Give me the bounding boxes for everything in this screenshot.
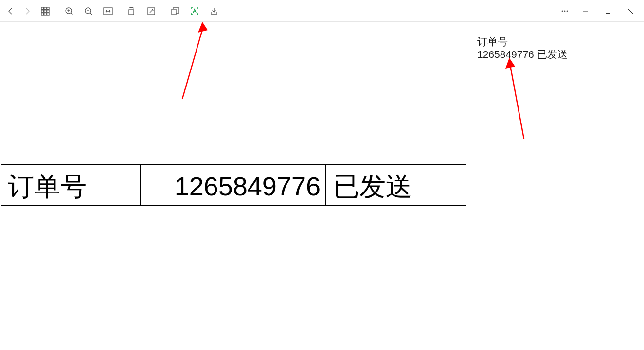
zoom-in-button[interactable] [59, 1, 79, 21]
toolbar-separator [163, 6, 163, 16]
app-root: 订单号 1265849776 已发送 订单号 1265849776 已发送 [0, 0, 644, 350]
window-minimize-button[interactable] [574, 1, 597, 21]
more-button[interactable] [555, 1, 574, 21]
copy-button[interactable] [165, 1, 185, 21]
fit-width-icon [103, 7, 113, 15]
svg-rect-2 [47, 7, 50, 10]
image-cell-number: 1265849776 [141, 165, 326, 205]
back-icon [7, 7, 15, 15]
svg-rect-0 [41, 7, 44, 10]
image-content-table: 订单号 1265849776 已发送 [1, 164, 466, 206]
ocr-side-panel: 订单号 1265849776 已发送 [467, 22, 644, 350]
rotate-icon [127, 7, 136, 16]
content-area: 订单号 1265849776 已发送 订单号 1265849776 已发送 [0, 22, 644, 350]
maximize-icon [605, 8, 611, 14]
svg-rect-14 [172, 9, 176, 15]
ocr-icon [190, 7, 199, 16]
toolbar-right-group [555, 1, 642, 21]
zoom-out-button[interactable] [79, 1, 98, 21]
svg-rect-6 [41, 13, 44, 15]
svg-rect-7 [44, 13, 47, 15]
svg-line-21 [510, 66, 524, 139]
thumbnails-button[interactable] [36, 1, 55, 21]
grid-icon [41, 7, 50, 16]
image-viewer[interactable]: 订单号 1265849776 已发送 [0, 22, 467, 350]
download-button[interactable] [204, 1, 224, 21]
zoom-out-icon [84, 7, 93, 16]
zoom-in-icon [65, 7, 73, 16]
annotation-arrow-ocr [497, 56, 536, 143]
svg-rect-8 [47, 13, 50, 15]
minimize-icon [583, 8, 589, 14]
ocr-button[interactable] [185, 1, 204, 21]
window-close-button[interactable] [619, 1, 642, 21]
edit-button[interactable] [142, 1, 161, 21]
svg-rect-12 [129, 10, 134, 15]
more-icon [560, 7, 569, 16]
ocr-line: 订单号 [477, 35, 634, 48]
edit-icon [147, 7, 156, 16]
svg-rect-3 [41, 10, 44, 12]
toolbar [0, 0, 644, 22]
svg-line-19 [182, 30, 202, 99]
annotation-arrow-toolbar [176, 22, 215, 104]
svg-rect-4 [44, 10, 47, 12]
svg-point-15 [562, 10, 563, 12]
forward-icon [23, 7, 31, 15]
toolbar-separator [120, 6, 120, 16]
close-icon [627, 8, 633, 14]
rotate-button[interactable] [122, 1, 142, 21]
svg-rect-1 [44, 7, 47, 10]
svg-rect-18 [606, 9, 610, 13]
nav-back-button[interactable] [2, 1, 19, 21]
ocr-line: 1265849776 已发送 [477, 48, 634, 61]
copy-icon [171, 7, 179, 16]
window-maximize-button[interactable] [597, 1, 619, 21]
fit-width-button[interactable] [98, 1, 118, 21]
svg-point-17 [567, 10, 568, 12]
toolbar-left-group [2, 1, 224, 21]
svg-marker-20 [198, 22, 208, 33]
nav-forward-button[interactable] [19, 1, 36, 21]
download-icon [210, 7, 218, 16]
image-cell-label: 订单号 [1, 165, 141, 205]
svg-rect-5 [47, 10, 50, 12]
image-cell-status: 已发送 [326, 165, 466, 205]
toolbar-separator [57, 6, 57, 16]
svg-point-16 [564, 10, 566, 12]
